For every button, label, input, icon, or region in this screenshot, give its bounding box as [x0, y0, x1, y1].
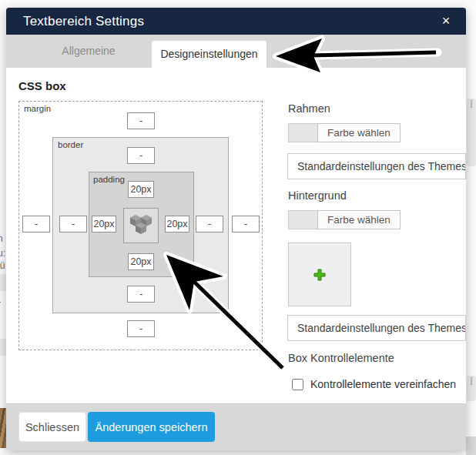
margin-zone-label: margin: [24, 104, 51, 113]
background-color-picker-button[interactable]: Farbe wählen: [317, 210, 401, 229]
padding-right-input[interactable]: [165, 216, 189, 233]
padding-zone-label: padding: [93, 175, 125, 184]
margin-top-input[interactable]: [127, 112, 155, 129]
border-color-picker-button[interactable]: Farbe wählen: [317, 123, 401, 142]
border-color-swatch[interactable]: [288, 123, 317, 142]
border-bottom-input[interactable]: [127, 286, 155, 303]
close-button[interactable]: Schliessen: [18, 412, 86, 442]
background-glyph: ĵ: [471, 99, 472, 108]
border-theme-default-button[interactable]: Standardeinstellungen des Themes: [287, 153, 466, 179]
dialog-title: Textbereich Settings: [6, 14, 144, 29]
background-scroll-handle: ĵ: [467, 99, 476, 166]
background-text-fragment: u:: [0, 248, 5, 259]
content-zone: [123, 208, 159, 243]
hintergrund-label: Hintergrund: [288, 189, 347, 202]
cube-icon: [128, 212, 154, 239]
border-color-control: Farbe wählen: [288, 123, 401, 142]
rahmen-label: Rahmen: [288, 102, 330, 115]
background-band: [466, 437, 476, 455]
background-image-picker[interactable]: [288, 243, 351, 306]
background-theme-default-button[interactable]: Standardeinstellungen des Themes: [287, 315, 466, 341]
background-text-fragment: r: [0, 299, 1, 309]
background-text-fragment: n: [0, 233, 3, 244]
dialog-header: Textbereich Settings ×: [6, 8, 466, 35]
background-band: [0, 339, 6, 356]
background-text-fragment: lü: [0, 260, 5, 271]
margin-left-input[interactable]: [22, 216, 50, 233]
border-zone-label: border: [58, 140, 83, 149]
dialog-footer: Schliessen Änderungen speichern: [6, 403, 466, 450]
simplify-controls-label: Kontrollelemente vereinfachen: [310, 378, 456, 390]
background-scroll-handle: ĵ: [467, 376, 476, 401]
tab-bar: Allgemeine Einstellungen Designeinstellu…: [6, 35, 466, 68]
padding-left-input[interactable]: [92, 216, 116, 233]
padding-top-input[interactable]: [128, 181, 154, 198]
margin-bottom-input[interactable]: [127, 320, 155, 337]
simplify-controls-row: Kontrollelemente vereinfachen: [292, 378, 456, 390]
screenshot-canvas: n u: lü r ĵ ĵ Textbereich Settings × All…: [0, 0, 476, 455]
border-right-input[interactable]: [196, 216, 223, 233]
background-color-swatch[interactable]: [288, 210, 317, 229]
plus-icon: [313, 269, 326, 281]
save-changes-button[interactable]: Änderungen speichern: [88, 412, 215, 442]
border-left-input[interactable]: [59, 216, 87, 233]
margin-right-input[interactable]: [232, 216, 260, 233]
border-top-input[interactable]: [127, 147, 155, 164]
simplify-controls-checkbox[interactable]: [292, 379, 303, 390]
background-color-control: Farbe wählen: [288, 210, 401, 229]
background-glyph: ĵ: [471, 376, 472, 385]
close-icon[interactable]: ×: [436, 8, 456, 35]
css-box-heading: CSS box: [18, 79, 66, 92]
box-controls-label: Box Kontrollelemente: [288, 352, 394, 364]
padding-bottom-input[interactable]: [128, 253, 154, 270]
background-band: [0, 274, 6, 291]
